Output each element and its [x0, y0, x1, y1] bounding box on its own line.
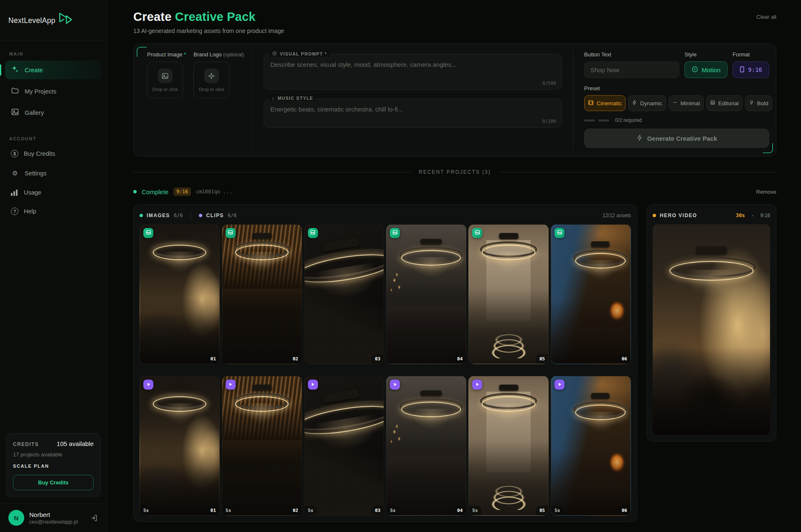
music-style-counter: 0/200	[542, 119, 556, 124]
clip-asset-card[interactable]: 5s 01	[140, 376, 220, 516]
image-asset-badge[interactable]	[554, 228, 565, 238]
clip-asset-card[interactable]: 5s 02	[222, 376, 302, 516]
sparkles-icon	[11, 65, 19, 75]
image-asset-card[interactable]: 02	[222, 224, 302, 364]
preset-bold[interactable]: Bold	[745, 95, 772, 111]
style-motion-button[interactable]: Motion	[684, 61, 727, 78]
image-icon	[158, 68, 173, 83]
sidebar-item-gallery[interactable]: Gallery	[5, 103, 102, 122]
dot-separator	[752, 215, 753, 216]
optional-label: (optional)	[223, 52, 244, 58]
ring-chandelier	[151, 237, 209, 262]
prompts-column: VISUAL PROMPT * 0/500 ♪ MUSIC STYLE 0/20…	[253, 50, 573, 150]
required-star: *	[184, 51, 186, 58]
images-label: IMAGES	[147, 213, 170, 218]
clip-asset-card[interactable]: 5s 03	[304, 376, 384, 516]
buy-credits-button[interactable]: Buy Credits	[13, 475, 94, 490]
remove-project-link[interactable]: Remove	[756, 189, 776, 195]
plan-name: SCALE PLAN	[13, 464, 94, 469]
visual-prompt-counter: 0/500	[542, 81, 556, 86]
preset-dynamic[interactable]: Dynamic	[628, 95, 666, 111]
requirement-text: 0/2 required	[615, 117, 642, 123]
gallery-icon	[11, 108, 19, 117]
ring-chandelier	[573, 397, 627, 422]
logout-icon[interactable]	[90, 514, 98, 522]
project-status: Complete	[142, 188, 168, 195]
page-title-accent: Creative Pack	[175, 10, 256, 23]
sidebar-item-buy-credits[interactable]: $ Buy Credits	[5, 145, 102, 162]
image-asset-card[interactable]: 01	[140, 224, 220, 364]
bulb-icon	[749, 100, 754, 106]
create-form-panel: Product Image * Drop or click Brand Logo…	[133, 43, 776, 157]
clear-all-link[interactable]: Clear all	[756, 14, 776, 20]
clip-asset-card[interactable]: 5s 06	[551, 376, 631, 516]
drop-hint: Drop or click	[199, 87, 224, 92]
sidebar-item-help[interactable]: ? Help	[5, 203, 102, 220]
user-name: Norbert	[29, 511, 78, 518]
clip-asset-badge[interactable]	[226, 380, 236, 390]
sidebar-item-my-projects[interactable]: My Projects	[5, 82, 102, 101]
preset-editorial[interactable]: Editorial	[706, 95, 743, 111]
play-icon	[475, 381, 480, 388]
image-cards-grid: 01 02 03 04	[140, 224, 631, 364]
avatar: N	[8, 510, 24, 526]
app-name: NextLevelApp	[8, 16, 56, 25]
sidebar-item-usage[interactable]: Usage	[5, 185, 102, 200]
hero-panel-header: HERO VIDEO 30s 9:16	[653, 210, 770, 220]
asset-number: 04	[454, 354, 466, 364]
folder-icon	[11, 86, 19, 96]
project-header: Complete 9:16 cm1881qo ... Remove	[133, 187, 776, 196]
image-asset-badge[interactable]	[390, 228, 400, 238]
music-style-box: ♪ MUSIC STYLE 0/200	[264, 99, 562, 128]
ring-chandelier	[151, 389, 209, 414]
user-email: ceo@nextlevelapp.pl	[29, 519, 78, 525]
brand-logo-dropzone[interactable]: Drop or click	[193, 62, 229, 99]
clip-asset-badge[interactable]	[554, 380, 565, 390]
button-text-input[interactable]	[584, 61, 679, 78]
image-asset-badge[interactable]	[226, 228, 236, 238]
product-image-dropzone[interactable]: Drop or click	[147, 62, 183, 99]
lightning-icon	[636, 134, 643, 142]
user-profile[interactable]: N Norbert ceo@nextlevelapp.pl	[0, 503, 107, 532]
image-asset-card[interactable]: 03	[304, 224, 384, 364]
sidebar-item-settings[interactable]: ⚙ Settings	[5, 165, 102, 182]
visual-prompt-input[interactable]	[264, 54, 562, 89]
brand-logo-upload: Brand Logo (optional) Drop or click	[193, 51, 244, 150]
sidebar-item-create[interactable]: Create	[5, 61, 102, 79]
image-asset-card[interactable]: 06	[551, 224, 631, 364]
assets-panel-header: IMAGES 6/6 CLIPS 6/6 12/12 assets	[140, 210, 631, 220]
hero-duration: 30s	[736, 213, 745, 218]
image-asset-badge[interactable]	[472, 228, 482, 238]
image-asset-badge[interactable]	[143, 228, 153, 238]
credits-label: CREDITS	[13, 441, 39, 447]
hero-video-preview[interactable]	[653, 224, 770, 435]
clip-asset-badge[interactable]	[308, 380, 318, 390]
image-asset-badge[interactable]	[308, 228, 318, 238]
clip-asset-card[interactable]: 5s 05	[468, 376, 549, 516]
play-icon	[146, 381, 151, 388]
format-916-button[interactable]: 9:16	[732, 61, 769, 78]
music-style-input[interactable]	[264, 99, 562, 127]
sparkle-icon	[204, 68, 219, 83]
asset-number: 02	[289, 354, 301, 364]
lightning-icon	[632, 100, 637, 106]
clip-asset-badge[interactable]	[390, 380, 400, 390]
preset-label: Preset	[584, 85, 769, 91]
preset-cinematic[interactable]: Cinematic	[584, 95, 626, 111]
bar-chart-icon	[11, 189, 18, 196]
style-label: Style	[684, 51, 727, 58]
ring-chandelier	[480, 389, 537, 414]
image-asset-card[interactable]: 04	[386, 224, 466, 364]
generate-button[interactable]: Generate Creative Pack	[584, 129, 769, 148]
clip-asset-badge[interactable]	[472, 380, 482, 390]
images-dot	[140, 214, 143, 217]
sidebar: NextLevelApp MAIN Create My Projects	[0, 0, 107, 532]
page-subtitle: 13 AI-generated marketing assets from on…	[133, 28, 776, 34]
clip-asset-badge[interactable]	[143, 380, 153, 390]
preset-minimal[interactable]: Minimal	[669, 95, 704, 111]
settings-column: Button Text Style Motion Format	[573, 50, 769, 150]
sidebar-item-label: Help	[24, 208, 36, 215]
clip-asset-card[interactable]: 5s 04	[386, 376, 466, 516]
image-icon	[310, 229, 315, 237]
image-asset-card[interactable]: 05	[468, 224, 549, 364]
